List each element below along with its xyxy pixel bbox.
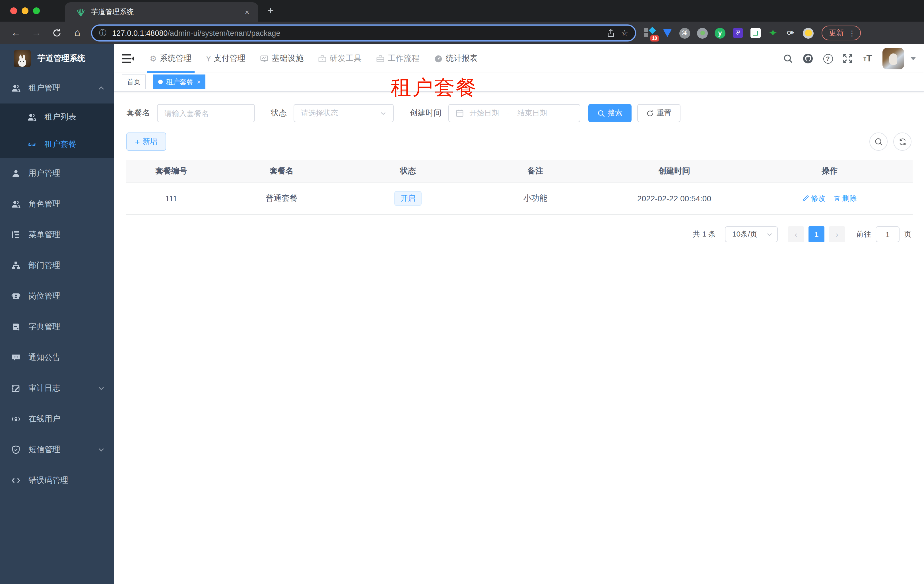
goto-page-input[interactable] bbox=[876, 226, 899, 242]
chevron-down-icon bbox=[98, 385, 105, 392]
forward-button[interactable]: → bbox=[28, 25, 45, 41]
package-table: 套餐编号 套餐名 状态 备注 创建时间 操作 111 普通套餐 开启 小功能 2… bbox=[126, 160, 912, 215]
command-extension-icon[interactable]: ⌘ bbox=[679, 28, 690, 38]
sidebar-item-label: 菜单管理 bbox=[28, 230, 60, 240]
name-filter-input[interactable] bbox=[165, 109, 248, 117]
new-tab-button[interactable]: + bbox=[267, 5, 274, 21]
sidebar-item-error-code[interactable]: 错误码管理 bbox=[0, 465, 114, 496]
chevron-up-icon bbox=[98, 85, 105, 92]
browser-tab[interactable]: 芋道管理系统 × bbox=[65, 2, 258, 21]
font-size-icon[interactable]: тT bbox=[860, 51, 875, 66]
sidebar-item-label: 租户列表 bbox=[45, 112, 76, 122]
date-end-placeholder[interactable]: 结束日期 bbox=[518, 108, 547, 118]
star-extension-icon[interactable]: ✦ bbox=[767, 28, 778, 38]
next-page-button[interactable]: › bbox=[829, 226, 845, 242]
nav-item-payment[interactable]: ¥ 支付管理 bbox=[199, 44, 253, 73]
col-status: 状态 bbox=[347, 166, 469, 176]
date-start-placeholder[interactable]: 开始日期 bbox=[469, 108, 499, 118]
reload-button[interactable] bbox=[48, 25, 66, 41]
active-dot bbox=[158, 80, 163, 84]
sidebar-item-sms-management[interactable]: 短信管理 bbox=[0, 434, 114, 465]
close-window-button[interactable] bbox=[10, 7, 17, 14]
page-size-select[interactable]: 10条/页 bbox=[725, 226, 778, 242]
sidebar-item-tenant-list[interactable]: 租户列表 bbox=[0, 104, 114, 131]
back-button[interactable]: ← bbox=[7, 25, 25, 41]
nav-item-reports[interactable]: 统计报表 bbox=[427, 44, 485, 73]
tag-home[interactable]: 首页 bbox=[122, 74, 146, 89]
sidebar-item-role-management[interactable]: 角色管理 bbox=[0, 189, 114, 219]
nav-item-infrastructure[interactable]: 基础设施 bbox=[253, 44, 311, 73]
chrome-update-button[interactable]: 更新 ⋮ bbox=[822, 26, 861, 40]
search-button[interactable]: 搜索 bbox=[588, 104, 632, 122]
tag-tenant-package[interactable]: 租户套餐 × bbox=[153, 74, 206, 89]
y-extension-icon[interactable]: y bbox=[714, 28, 726, 38]
cell-actions: 修改 删除 bbox=[746, 193, 912, 204]
code-icon bbox=[12, 476, 20, 485]
extension-badge: 10 bbox=[650, 35, 659, 41]
chat-extension-icon[interactable]: ❏ bbox=[750, 28, 761, 38]
add-button[interactable]: + 新增 bbox=[126, 133, 166, 151]
browser-menu-icon[interactable]: ⋮ bbox=[848, 29, 856, 37]
zoom-window-button[interactable] bbox=[33, 7, 40, 14]
sidebar-item-menu-management[interactable]: 菜单管理 bbox=[0, 219, 114, 250]
puzzle-extensions-icon[interactable]: ⚩ bbox=[785, 28, 796, 38]
date-range-picker[interactable]: 开始日期 - 结束日期 bbox=[448, 104, 580, 122]
url-text[interactable]: 127.0.0.1:48080/admin-ui/system/tenant/p… bbox=[112, 29, 601, 37]
traffic-lights bbox=[10, 7, 40, 14]
sidebar: 芋道管理系统 租户管理 租户列表 bbox=[0, 44, 114, 584]
tab-close-icon[interactable]: × bbox=[243, 8, 251, 16]
bookmark-star-icon[interactable]: ☆ bbox=[621, 28, 628, 38]
sidebar-item-label: 部门管理 bbox=[28, 260, 60, 271]
minimize-window-button[interactable] bbox=[21, 7, 28, 14]
logo-rabbit-image bbox=[14, 50, 31, 67]
users-icon bbox=[12, 200, 20, 209]
nav-item-devtools[interactable]: 研发工具 bbox=[311, 44, 369, 73]
sidebar-item-audit-log[interactable]: 审计日志 bbox=[0, 373, 114, 404]
col-package-id: 套餐编号 bbox=[126, 166, 216, 176]
collapse-sidebar-icon[interactable] bbox=[122, 52, 134, 65]
recorder-extension-icon[interactable] bbox=[697, 28, 708, 38]
prev-page-button[interactable]: ‹ bbox=[788, 226, 804, 242]
nav-item-system[interactable]: ⚙ 系统管理 bbox=[142, 44, 199, 73]
pagination: 共 1 条 10条/页 ‹ 1 › 前往 页 bbox=[126, 226, 912, 242]
users-icon bbox=[27, 113, 36, 122]
refresh-table-button[interactable] bbox=[893, 133, 911, 151]
sidebar-logo[interactable]: 芋道管理系统 bbox=[0, 44, 114, 73]
tab-manager-extension-icon[interactable]: 10 bbox=[644, 28, 655, 38]
fullscreen-icon[interactable] bbox=[840, 51, 855, 66]
sidebar-item-dept-management[interactable]: 部门管理 bbox=[0, 250, 114, 281]
sidebar-item-user-management[interactable]: 用户管理 bbox=[0, 158, 114, 189]
help-icon[interactable]: ? bbox=[820, 51, 835, 66]
page-1-button[interactable]: 1 bbox=[808, 226, 825, 242]
toggle-search-button[interactable] bbox=[870, 133, 888, 151]
total-count: 共 1 条 bbox=[693, 229, 716, 239]
edit-link[interactable]: 修改 bbox=[802, 193, 825, 204]
home-button[interactable]: ⌂ bbox=[69, 25, 86, 41]
sidebar-item-notice[interactable]: 通知公告 bbox=[0, 342, 114, 373]
shield-extension-icon[interactable]: ⛨ bbox=[732, 28, 743, 38]
url-bar[interactable]: ⓘ 127.0.0.1:48080/admin-ui/system/tenant… bbox=[91, 25, 636, 41]
user-icon bbox=[12, 169, 20, 178]
share-icon[interactable] bbox=[607, 29, 615, 37]
sidebar-item-online-users[interactable]: 在线用户 bbox=[0, 404, 114, 434]
sidebar-item-label: 短信管理 bbox=[28, 445, 60, 455]
site-info-icon[interactable]: ⓘ bbox=[99, 28, 106, 38]
sidebar-item-dict-management[interactable]: 字典管理 bbox=[0, 312, 114, 342]
nav-item-workflow[interactable]: 工作流程 bbox=[369, 44, 427, 73]
reset-button[interactable]: 重置 bbox=[637, 104, 680, 122]
site-favicon-icon bbox=[76, 7, 85, 16]
header-search-icon[interactable] bbox=[780, 51, 795, 66]
sidebar-item-post-management[interactable]: 岗位管理 bbox=[0, 281, 114, 312]
github-icon[interactable] bbox=[800, 51, 815, 66]
emoji-extension-icon[interactable] bbox=[803, 28, 813, 38]
gem-extension-icon[interactable] bbox=[662, 28, 673, 38]
status-filter-select[interactable]: 请选择状态 bbox=[294, 104, 394, 122]
avatar-caret-icon[interactable] bbox=[910, 57, 916, 60]
tag-close-icon[interactable]: × bbox=[197, 79, 201, 85]
delete-link[interactable]: 删除 bbox=[833, 193, 857, 204]
sidebar-item-label: 审计日志 bbox=[28, 383, 60, 393]
col-actions: 操作 bbox=[746, 166, 912, 176]
user-avatar[interactable] bbox=[883, 48, 904, 69]
sidebar-item-tenant-package[interactable]: 租户套餐 bbox=[0, 131, 114, 158]
sidebar-item-tenant-management[interactable]: 租户管理 bbox=[0, 73, 114, 104]
